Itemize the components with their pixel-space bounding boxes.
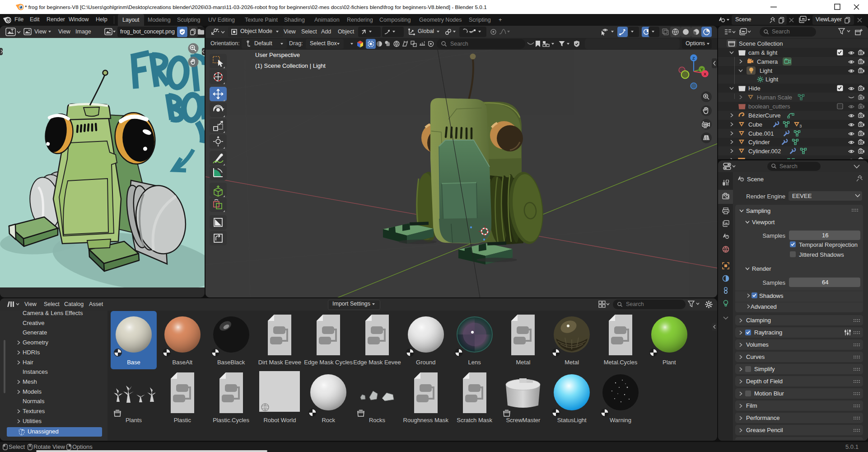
svg-text:X: X [704,71,707,76]
svg-text:(1) Scene Collection | Light: (1) Scene Collection | Light [255,62,326,69]
svg-text:Z: Z [692,56,695,61]
svg-text:User Perspective: User Perspective [255,52,300,58]
